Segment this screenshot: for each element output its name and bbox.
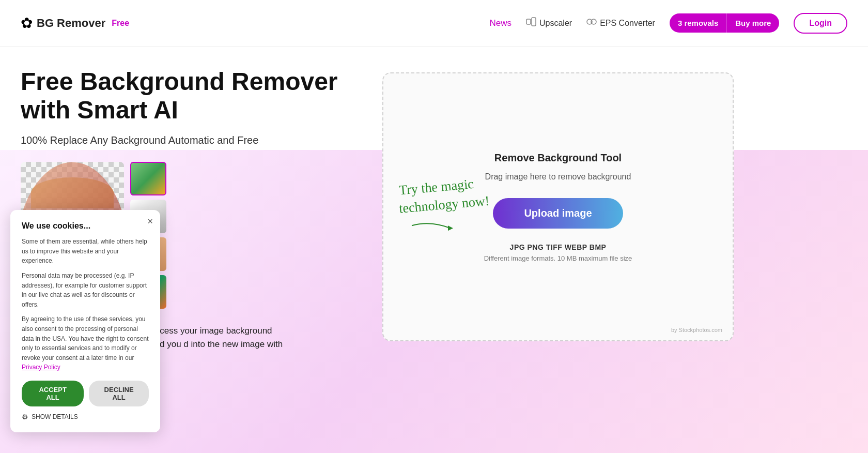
cookie-text-2: Personal data may be processed (e.g. IP … xyxy=(22,271,149,309)
hero-title: Free Background Remover with Smart AI xyxy=(21,67,362,124)
login-button[interactable]: Login xyxy=(794,13,847,34)
logo-icon: ✿ xyxy=(21,14,33,32)
upscaler-label: Upscaler xyxy=(539,19,572,28)
drag-text: Drag image here to remove background xyxy=(485,172,631,182)
cookie-buttons: ACCEPT ALL DECLINE ALL xyxy=(22,381,149,406)
removals-count: 3 removals xyxy=(670,13,727,33)
upload-card-title: Remove Background Tool xyxy=(494,152,622,164)
format-text: JPG PNG TIFF WEBP BMP xyxy=(510,243,607,251)
upscaler-icon xyxy=(526,17,536,29)
removals-button[interactable]: 3 removals Buy more xyxy=(670,13,780,33)
eps-converter-label: EPS Converter xyxy=(600,19,655,28)
header: ✿ BG Remover Free News Upscaler EPS Conv… xyxy=(0,0,868,47)
hero-subtitle: 100% Replace Any Background Automatic an… xyxy=(21,134,362,146)
magic-text-area: Try the magic technology now! xyxy=(399,178,489,235)
logo-free-badge: Free xyxy=(112,19,129,28)
gear-icon: ⚙ xyxy=(22,413,28,421)
svg-rect-1 xyxy=(532,18,536,26)
nav-eps-converter[interactable]: EPS Converter xyxy=(586,17,655,29)
decline-all-button[interactable]: DECLINE ALL xyxy=(89,381,149,406)
thumbnail-1[interactable] xyxy=(130,162,166,195)
eps-converter-icon xyxy=(586,17,597,29)
right-side: Try the magic technology now! Remove Bac… xyxy=(382,67,734,453)
stockphotos-credit: by Stockphotos.com xyxy=(671,327,722,333)
svg-marker-4 xyxy=(448,225,453,231)
nav-upscaler[interactable]: Upscaler xyxy=(526,17,572,29)
nav-news[interactable]: News xyxy=(490,18,512,28)
logo-text: BG Remover xyxy=(37,17,105,30)
svg-rect-0 xyxy=(526,19,531,24)
upload-image-button[interactable]: Upload image xyxy=(493,198,623,229)
magic-arrow xyxy=(409,218,456,235)
privacy-policy-link[interactable]: Privacy Policy xyxy=(22,364,60,371)
cookie-text-1: Some of them are essential, while others… xyxy=(22,237,149,266)
show-details-label: SHOW DETAILS xyxy=(32,413,78,420)
nav: News Upscaler EPS Converter 3 removals B… xyxy=(490,13,848,34)
cookie-banner: × We use cookies... Some of them are ess… xyxy=(10,210,160,432)
format-subtext: Different image formats. 10 MB maximum f… xyxy=(484,254,632,262)
cookie-text-3: By agreeing to the use of these services… xyxy=(22,314,149,372)
buy-more-label[interactable]: Buy more xyxy=(727,13,779,33)
upload-card: Try the magic technology now! Remove Bac… xyxy=(382,72,734,341)
accept-all-button[interactable]: ACCEPT ALL xyxy=(22,381,84,406)
cookie-close-button[interactable]: × xyxy=(147,216,153,227)
cookie-title: We use cookies... xyxy=(22,221,149,231)
show-details-button[interactable]: ⚙ SHOW DETAILS xyxy=(22,413,78,421)
logo-area: ✿ BG Remover Free xyxy=(21,14,129,32)
